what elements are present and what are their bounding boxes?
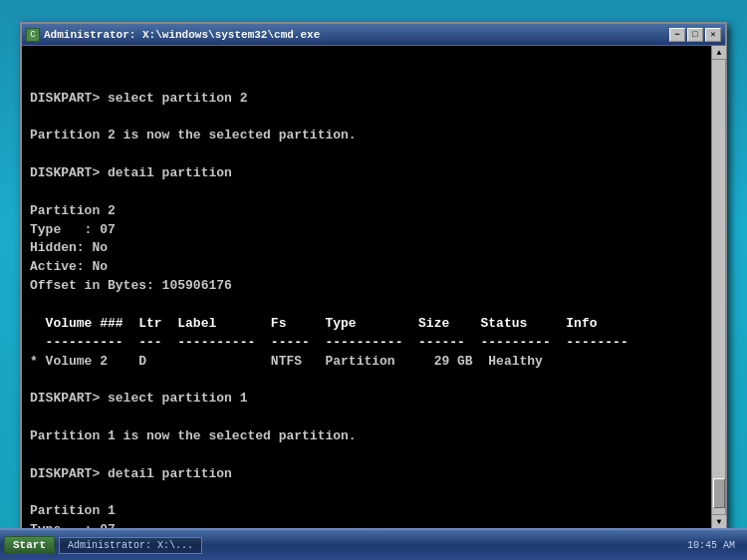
window-icon: C [26, 28, 40, 42]
terminal-line-blank1 [30, 109, 717, 128]
terminal-line-cmd4: DISKPART> detail partition [30, 465, 717, 484]
terminal-line-p1_1: Partition 1 [30, 502, 717, 521]
terminal-line-th2: Volume ### Ltr Label Fs Type Size Status… [30, 315, 717, 334]
window-controls: − □ ✕ [669, 28, 721, 42]
terminal-line-blank6 [30, 409, 717, 427]
terminal-line-blank5 [30, 371, 717, 390]
scrollbar-down-button[interactable]: ▼ [712, 514, 726, 528]
scrollbar[interactable]: ▲ ▼ [711, 46, 725, 528]
title-bar-left: C Administrator: X:\windows\system32\cmd… [26, 28, 320, 42]
terminal-line-out1: Partition 2 is now the selected partitio… [30, 127, 717, 145]
terminal-line-p1_2: Type : 07 [30, 521, 717, 528]
terminal-line-blank8 [30, 483, 717, 502]
terminal-line-cmd1: DISKPART> select partition 2 [30, 90, 717, 109]
terminal-line-p2_1: Partition 2 [30, 202, 717, 221]
taskbar-cmd-item[interactable]: Administrator: X:\... [59, 537, 202, 554]
terminal-line-cmd2: DISKPART> detail partition [30, 164, 717, 183]
terminal-line-p2_2: Type : 07 [30, 221, 717, 240]
terminal-line-blank3 [30, 183, 717, 202]
terminal-line-tv2: * Volume 2 D NTFS Partition 29 GB Health… [30, 353, 717, 372]
scrollbar-up-button[interactable]: ▲ [712, 46, 726, 60]
terminal-line-p2_4: Active: No [30, 258, 717, 277]
terminal-line-out2: Partition 1 is now the selected partitio… [30, 427, 717, 446]
terminal-line-td2: ---------- --- ---------- ----- --------… [30, 334, 717, 353]
terminal-line-blank2 [30, 145, 717, 164]
terminal-line-blank4 [30, 296, 717, 315]
scrollbar-thumb[interactable] [713, 478, 725, 508]
close-button[interactable]: ✕ [705, 28, 721, 42]
terminal-line-p2_3: Hidden: No [30, 239, 717, 258]
terminal-body[interactable]: DISKPART> select partition 2 Partition 2… [22, 46, 725, 528]
terminal-line-p2_5: Offset in Bytes: 105906176 [30, 277, 717, 296]
terminal-line-cmd3: DISKPART> select partition 1 [30, 390, 717, 409]
start-button[interactable]: Start [4, 536, 55, 554]
clock: 10:45 AM [687, 540, 743, 551]
window-title: Administrator: X:\windows\system32\cmd.e… [44, 29, 320, 41]
desktop: C Administrator: X:\windows\system32\cmd… [0, 0, 747, 560]
minimize-button[interactable]: − [669, 28, 685, 42]
terminal-line-blank7 [30, 446, 717, 465]
maximize-button[interactable]: □ [687, 28, 703, 42]
cmd-window: C Administrator: X:\windows\system32\cmd… [20, 22, 727, 530]
title-bar: C Administrator: X:\windows\system32\cmd… [22, 24, 725, 46]
taskbar: Start Administrator: X:\... 10:45 AM [0, 528, 747, 560]
